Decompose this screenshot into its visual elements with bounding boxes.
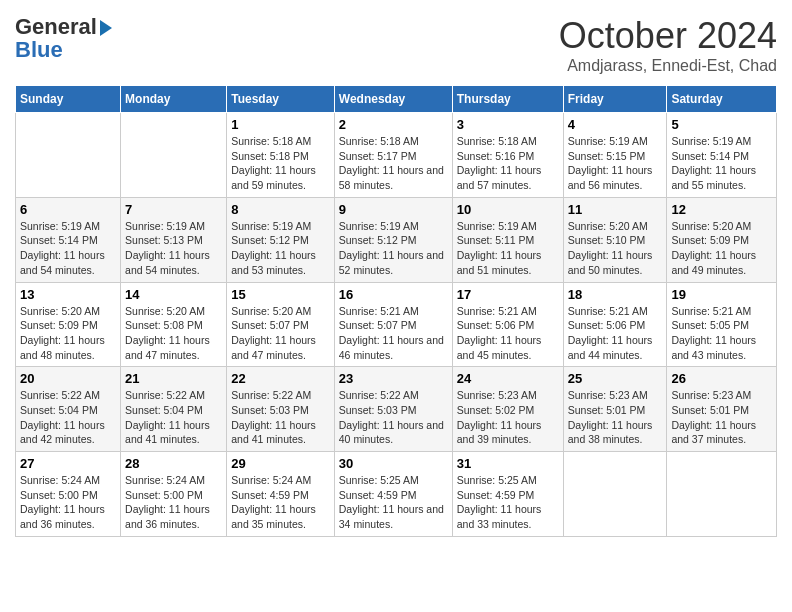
calendar-cell: 27Sunrise: 5:24 AM Sunset: 5:00 PM Dayli… (16, 452, 121, 537)
calendar-cell: 8Sunrise: 5:19 AM Sunset: 5:12 PM Daylig… (227, 197, 335, 282)
day-detail: Sunrise: 5:19 AM Sunset: 5:14 PM Dayligh… (671, 134, 772, 193)
calendar-cell: 26Sunrise: 5:23 AM Sunset: 5:01 PM Dayli… (667, 367, 777, 452)
day-number: 4 (568, 117, 663, 132)
calendar-cell: 31Sunrise: 5:25 AM Sunset: 4:59 PM Dayli… (452, 452, 563, 537)
calendar-title: October 2024 (559, 15, 777, 57)
day-detail: Sunrise: 5:21 AM Sunset: 5:07 PM Dayligh… (339, 304, 448, 363)
day-detail: Sunrise: 5:22 AM Sunset: 5:03 PM Dayligh… (339, 388, 448, 447)
calendar-cell: 3Sunrise: 5:18 AM Sunset: 5:16 PM Daylig… (452, 113, 563, 198)
day-number: 1 (231, 117, 330, 132)
calendar-week-row: 27Sunrise: 5:24 AM Sunset: 5:00 PM Dayli… (16, 452, 777, 537)
day-number: 29 (231, 456, 330, 471)
day-number: 16 (339, 287, 448, 302)
day-number: 18 (568, 287, 663, 302)
day-detail: Sunrise: 5:22 AM Sunset: 5:03 PM Dayligh… (231, 388, 330, 447)
calendar-cell: 28Sunrise: 5:24 AM Sunset: 5:00 PM Dayli… (121, 452, 227, 537)
day-detail: Sunrise: 5:25 AM Sunset: 4:59 PM Dayligh… (339, 473, 448, 532)
day-number: 7 (125, 202, 222, 217)
day-number: 20 (20, 371, 116, 386)
calendar-header-row: SundayMondayTuesdayWednesdayThursdayFrid… (16, 86, 777, 113)
calendar-cell: 5Sunrise: 5:19 AM Sunset: 5:14 PM Daylig… (667, 113, 777, 198)
calendar-cell: 19Sunrise: 5:21 AM Sunset: 5:05 PM Dayli… (667, 282, 777, 367)
day-number: 3 (457, 117, 559, 132)
logo-blue: Blue (15, 37, 112, 63)
day-number: 8 (231, 202, 330, 217)
calendar-cell (16, 113, 121, 198)
calendar-cell: 12Sunrise: 5:20 AM Sunset: 5:09 PM Dayli… (667, 197, 777, 282)
column-header-saturday: Saturday (667, 86, 777, 113)
calendar-cell: 30Sunrise: 5:25 AM Sunset: 4:59 PM Dayli… (334, 452, 452, 537)
day-detail: Sunrise: 5:20 AM Sunset: 5:07 PM Dayligh… (231, 304, 330, 363)
calendar-cell: 25Sunrise: 5:23 AM Sunset: 5:01 PM Dayli… (563, 367, 667, 452)
day-detail: Sunrise: 5:23 AM Sunset: 5:02 PM Dayligh… (457, 388, 559, 447)
calendar-cell: 14Sunrise: 5:20 AM Sunset: 5:08 PM Dayli… (121, 282, 227, 367)
day-number: 9 (339, 202, 448, 217)
day-detail: Sunrise: 5:22 AM Sunset: 5:04 PM Dayligh… (20, 388, 116, 447)
day-number: 5 (671, 117, 772, 132)
day-number: 17 (457, 287, 559, 302)
column-header-monday: Monday (121, 86, 227, 113)
logo: General Blue (15, 15, 112, 63)
calendar-cell: 6Sunrise: 5:19 AM Sunset: 5:14 PM Daylig… (16, 197, 121, 282)
calendar-cell: 9Sunrise: 5:19 AM Sunset: 5:12 PM Daylig… (334, 197, 452, 282)
column-header-friday: Friday (563, 86, 667, 113)
day-detail: Sunrise: 5:23 AM Sunset: 5:01 PM Dayligh… (671, 388, 772, 447)
calendar-cell: 17Sunrise: 5:21 AM Sunset: 5:06 PM Dayli… (452, 282, 563, 367)
column-header-sunday: Sunday (16, 86, 121, 113)
page-header: General Blue October 2024 Amdjarass, Enn… (15, 15, 777, 75)
calendar-cell: 23Sunrise: 5:22 AM Sunset: 5:03 PM Dayli… (334, 367, 452, 452)
day-number: 25 (568, 371, 663, 386)
day-detail: Sunrise: 5:21 AM Sunset: 5:06 PM Dayligh… (457, 304, 559, 363)
calendar-week-row: 1Sunrise: 5:18 AM Sunset: 5:18 PM Daylig… (16, 113, 777, 198)
day-detail: Sunrise: 5:18 AM Sunset: 5:16 PM Dayligh… (457, 134, 559, 193)
calendar-cell (563, 452, 667, 537)
day-detail: Sunrise: 5:20 AM Sunset: 5:09 PM Dayligh… (20, 304, 116, 363)
calendar-cell: 13Sunrise: 5:20 AM Sunset: 5:09 PM Dayli… (16, 282, 121, 367)
day-number: 31 (457, 456, 559, 471)
calendar-cell: 7Sunrise: 5:19 AM Sunset: 5:13 PM Daylig… (121, 197, 227, 282)
calendar-cell: 24Sunrise: 5:23 AM Sunset: 5:02 PM Dayli… (452, 367, 563, 452)
day-number: 28 (125, 456, 222, 471)
day-number: 30 (339, 456, 448, 471)
day-number: 24 (457, 371, 559, 386)
calendar-subtitle: Amdjarass, Ennedi-Est, Chad (559, 57, 777, 75)
day-number: 12 (671, 202, 772, 217)
calendar-cell: 21Sunrise: 5:22 AM Sunset: 5:04 PM Dayli… (121, 367, 227, 452)
day-detail: Sunrise: 5:21 AM Sunset: 5:06 PM Dayligh… (568, 304, 663, 363)
calendar-cell: 20Sunrise: 5:22 AM Sunset: 5:04 PM Dayli… (16, 367, 121, 452)
day-number: 26 (671, 371, 772, 386)
calendar-table: SundayMondayTuesdayWednesdayThursdayFrid… (15, 85, 777, 537)
day-detail: Sunrise: 5:24 AM Sunset: 4:59 PM Dayligh… (231, 473, 330, 532)
day-detail: Sunrise: 5:24 AM Sunset: 5:00 PM Dayligh… (125, 473, 222, 532)
day-detail: Sunrise: 5:23 AM Sunset: 5:01 PM Dayligh… (568, 388, 663, 447)
day-number: 11 (568, 202, 663, 217)
calendar-cell: 4Sunrise: 5:19 AM Sunset: 5:15 PM Daylig… (563, 113, 667, 198)
day-number: 27 (20, 456, 116, 471)
column-header-wednesday: Wednesday (334, 86, 452, 113)
day-number: 21 (125, 371, 222, 386)
calendar-cell: 16Sunrise: 5:21 AM Sunset: 5:07 PM Dayli… (334, 282, 452, 367)
day-detail: Sunrise: 5:24 AM Sunset: 5:00 PM Dayligh… (20, 473, 116, 532)
day-number: 10 (457, 202, 559, 217)
calendar-week-row: 13Sunrise: 5:20 AM Sunset: 5:09 PM Dayli… (16, 282, 777, 367)
calendar-cell: 1Sunrise: 5:18 AM Sunset: 5:18 PM Daylig… (227, 113, 335, 198)
day-detail: Sunrise: 5:19 AM Sunset: 5:11 PM Dayligh… (457, 219, 559, 278)
title-block: October 2024 Amdjarass, Ennedi-Est, Chad (559, 15, 777, 75)
calendar-cell: 22Sunrise: 5:22 AM Sunset: 5:03 PM Dayli… (227, 367, 335, 452)
calendar-week-row: 6Sunrise: 5:19 AM Sunset: 5:14 PM Daylig… (16, 197, 777, 282)
day-detail: Sunrise: 5:20 AM Sunset: 5:08 PM Dayligh… (125, 304, 222, 363)
day-detail: Sunrise: 5:19 AM Sunset: 5:15 PM Dayligh… (568, 134, 663, 193)
day-detail: Sunrise: 5:19 AM Sunset: 5:13 PM Dayligh… (125, 219, 222, 278)
day-detail: Sunrise: 5:20 AM Sunset: 5:09 PM Dayligh… (671, 219, 772, 278)
calendar-cell: 15Sunrise: 5:20 AM Sunset: 5:07 PM Dayli… (227, 282, 335, 367)
day-detail: Sunrise: 5:22 AM Sunset: 5:04 PM Dayligh… (125, 388, 222, 447)
day-detail: Sunrise: 5:19 AM Sunset: 5:12 PM Dayligh… (339, 219, 448, 278)
day-number: 23 (339, 371, 448, 386)
day-detail: Sunrise: 5:25 AM Sunset: 4:59 PM Dayligh… (457, 473, 559, 532)
day-number: 19 (671, 287, 772, 302)
calendar-cell (121, 113, 227, 198)
calendar-cell (667, 452, 777, 537)
day-detail: Sunrise: 5:18 AM Sunset: 5:18 PM Dayligh… (231, 134, 330, 193)
calendar-cell: 10Sunrise: 5:19 AM Sunset: 5:11 PM Dayli… (452, 197, 563, 282)
column-header-thursday: Thursday (452, 86, 563, 113)
